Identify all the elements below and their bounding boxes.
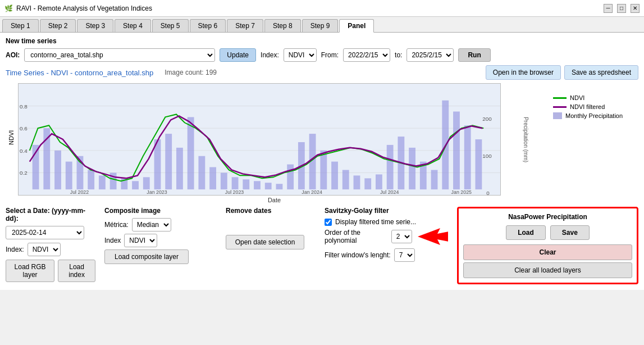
svg-text:Jan 2024: Jan 2024 bbox=[302, 189, 322, 195]
tab-step9[interactable]: Step 9 bbox=[302, 19, 339, 32]
svg-rect-35 bbox=[221, 172, 227, 189]
bottom-section: Select a Date: (yyyy-mm-dd): 2025-02-14 … bbox=[6, 207, 638, 285]
tab-step7[interactable]: Step 7 bbox=[227, 19, 263, 32]
tab-step1[interactable]: Step 1 bbox=[2, 19, 39, 32]
close-button[interactable]: ✕ bbox=[631, 4, 640, 13]
load-buttons-row: Load RGB layer Load index bbox=[6, 260, 95, 282]
main-content: New time series AOI: contorno_area_total… bbox=[0, 33, 644, 290]
svg-rect-20 bbox=[54, 151, 61, 189]
composite-index-label: Index bbox=[104, 237, 121, 244]
nasa-section: NasaPower Precipitation Load Save Clear … bbox=[457, 207, 638, 284]
composite-section-title: Composite image bbox=[104, 207, 217, 215]
svg-rect-54 bbox=[431, 170, 438, 189]
update-button[interactable]: Update bbox=[220, 48, 256, 62]
svg-rect-23 bbox=[88, 170, 94, 189]
polynomial-select[interactable]: 2 bbox=[391, 230, 412, 243]
arrow-annotation bbox=[418, 228, 448, 245]
nasa-save-button[interactable]: Save bbox=[550, 225, 590, 240]
section-title-new-time-series: New time series bbox=[6, 37, 638, 45]
chart-title: Time Series - NDVI - contorno_area_total… bbox=[6, 69, 153, 77]
svg-text:0.2: 0.2 bbox=[20, 170, 28, 176]
svg-rect-30 bbox=[165, 134, 172, 189]
svg-text:0: 0 bbox=[486, 190, 490, 195]
window-label: Filter window's lenght: bbox=[325, 251, 391, 259]
remove-dates-title: Remove dates bbox=[226, 207, 316, 215]
svg-rect-27 bbox=[132, 181, 139, 189]
date-select[interactable]: 2025-02-14 bbox=[6, 226, 84, 239]
title-bar: 🌿 RAVI - Remote Analysis of Vegetation I… bbox=[0, 0, 644, 17]
savitzky-section: Savitzky-Golay filter Display filtered t… bbox=[325, 207, 448, 265]
svg-rect-45 bbox=[331, 162, 338, 190]
index-label: Index: bbox=[261, 51, 279, 59]
svg-rect-24 bbox=[99, 175, 106, 189]
clear-button[interactable]: Clear bbox=[463, 244, 632, 260]
open-browser-button[interactable]: Open in the browser bbox=[486, 65, 561, 80]
svg-text:Jan 2025: Jan 2025 bbox=[451, 189, 472, 195]
tab-step4[interactable]: Step 4 bbox=[115, 19, 151, 32]
svg-text:0.6: 0.6 bbox=[20, 125, 28, 131]
maximize-button[interactable]: □ bbox=[617, 4, 626, 13]
tab-step6[interactable]: Step 6 bbox=[190, 19, 226, 32]
svg-rect-41 bbox=[287, 165, 294, 190]
clear-all-button[interactable]: Clear all loaded layers bbox=[463, 262, 632, 278]
display-filtered-label: Display filtered time serie... bbox=[335, 218, 416, 226]
aoi-select[interactable]: contorno_area_total.shp bbox=[24, 48, 215, 62]
load-composite-button[interactable]: Load composite layer bbox=[104, 249, 189, 264]
nasa-load-button[interactable]: Load bbox=[506, 225, 546, 240]
svg-rect-50 bbox=[387, 145, 394, 189]
date-index-select[interactable]: NDVI bbox=[28, 243, 61, 256]
svg-rect-34 bbox=[209, 167, 216, 190]
window-select[interactable]: 7 bbox=[394, 248, 415, 262]
index-select[interactable]: NDVI bbox=[284, 48, 317, 62]
load-rgb-button[interactable]: Load RGB layer bbox=[6, 260, 54, 282]
ndvi-legend-label: NDVI bbox=[570, 94, 584, 101]
open-date-selection-button[interactable]: Open date selection bbox=[226, 235, 304, 249]
svg-rect-36 bbox=[232, 177, 239, 189]
window-row: Filter window's lenght: 7 bbox=[325, 248, 448, 262]
image-count: Image count: 199 bbox=[165, 69, 217, 76]
svg-rect-40 bbox=[276, 184, 283, 189]
polynomial-row: Order of the polynomial 2 bbox=[325, 228, 448, 245]
aoi-row: AOI: contorno_area_total.shp Update Inde… bbox=[6, 48, 638, 62]
svg-rect-28 bbox=[143, 177, 150, 189]
svg-rect-31 bbox=[176, 148, 183, 189]
composite-index-select[interactable]: NDVI bbox=[124, 234, 157, 247]
tab-step5[interactable]: Step 5 bbox=[152, 19, 189, 32]
svg-text:Jul 2022: Jul 2022 bbox=[70, 189, 89, 195]
minimize-button[interactable]: ─ bbox=[604, 4, 613, 13]
svg-text:Jan 2023: Jan 2023 bbox=[147, 189, 167, 195]
metrica-select[interactable]: Median bbox=[132, 218, 171, 231]
tab-step8[interactable]: Step 8 bbox=[264, 19, 301, 32]
svg-text:100: 100 bbox=[482, 153, 492, 159]
to-label: to: bbox=[395, 51, 402, 59]
display-filtered-checkbox[interactable] bbox=[325, 219, 332, 226]
y-axis-right-label: Precipitation (mm) bbox=[523, 116, 529, 162]
chart-container: 0.2 0.4 0.6 0.8 0 100 200 Jul 2022 Jan 2… bbox=[18, 83, 501, 196]
svg-rect-37 bbox=[243, 179, 249, 189]
window-title: RAVI - Remote Analysis of Vegetation Ind… bbox=[16, 4, 152, 12]
tab-step2[interactable]: Step 2 bbox=[40, 19, 76, 32]
nasa-title: NasaPower Precipitation bbox=[463, 213, 632, 221]
load-index-button[interactable]: Load index bbox=[58, 260, 95, 282]
composite-section: Composite image Métrica: Median Index ND… bbox=[104, 207, 217, 264]
svg-rect-21 bbox=[66, 162, 72, 190]
date-section: Select a Date: (yyyy-mm-dd): 2025-02-14 … bbox=[6, 207, 95, 285]
app-icon: 🌿 bbox=[4, 4, 13, 12]
index-label-date: Index: bbox=[6, 246, 24, 253]
polynomial-label: Order of the polynomial bbox=[325, 229, 388, 244]
run-button[interactable]: Run bbox=[458, 48, 490, 62]
index-row: Index: NDVI bbox=[6, 243, 95, 256]
savitzky-title: Savitzky-Golay filter bbox=[325, 207, 448, 215]
save-spreadsheet-button[interactable]: Save as spredsheet bbox=[564, 65, 638, 80]
tab-step3[interactable]: Step 3 bbox=[77, 19, 113, 32]
from-label: From: bbox=[321, 51, 339, 59]
to-date-select[interactable]: 2025/2/15 bbox=[407, 48, 454, 62]
from-date-select[interactable]: 2022/2/15 bbox=[343, 48, 390, 62]
tab-panel[interactable]: Panel bbox=[339, 19, 374, 33]
x-axis-label: Date bbox=[22, 197, 526, 203]
svg-rect-52 bbox=[409, 148, 415, 189]
svg-rect-47 bbox=[354, 175, 360, 189]
aoi-label: AOI: bbox=[6, 51, 20, 59]
svg-rect-33 bbox=[198, 156, 205, 189]
precipitation-legend-label: Monthly Precipitation bbox=[565, 112, 623, 119]
